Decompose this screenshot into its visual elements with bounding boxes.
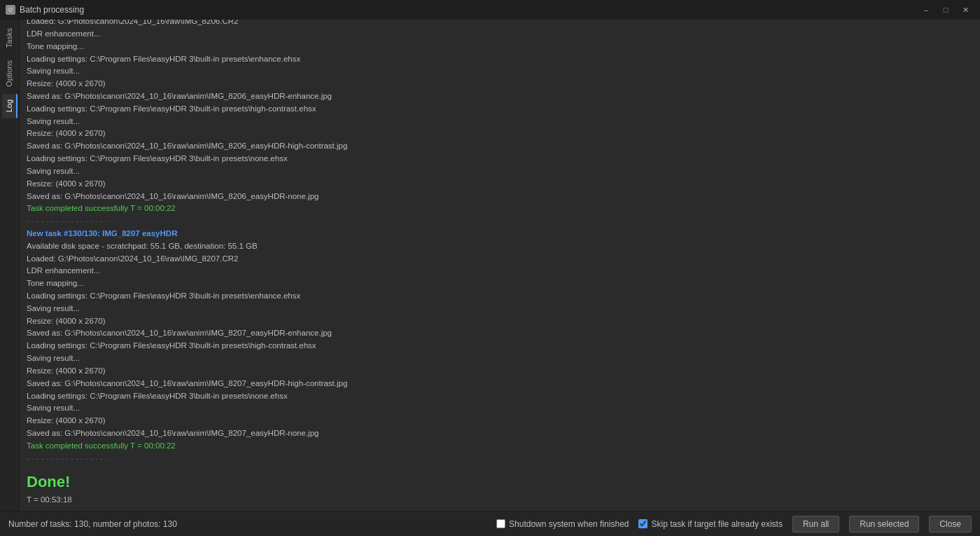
log-entry: Saved as: G:\Photos\canon\2024_10_16\raw…	[27, 90, 973, 103]
log-entry: Task completed successfully T = 00:00:22	[27, 202, 973, 215]
sidebar-item-options[interactable]: Options	[2, 55, 18, 92]
sidebar: Tasks Options Log	[0, 20, 20, 511]
log-entry: Saved as: G:\Photos\canon\2024_10_16\raw…	[27, 327, 973, 340]
task-count-info: Number of tasks: 130, number of photos: …	[8, 519, 177, 529]
log-entry: Loading settings: C:\Program Files\easyH…	[27, 290, 973, 303]
log-entry: - - - - - - - - - - - - - - - - -	[27, 453, 973, 465]
minimize-button[interactable]: –	[917, 3, 935, 17]
skip-checkbox[interactable]	[638, 519, 648, 528]
shutdown-checkbox-label[interactable]: Shutdown system when finished	[496, 519, 629, 529]
log-entry: Task completed successfully T = 00:00:22	[27, 440, 973, 453]
log-entry: Tone mapping...	[27, 41, 973, 53]
log-entry: LDR enhancement...	[27, 28, 973, 41]
log-output[interactable]: Resize: (4000 x 2670)Saved as: G:\Photos…	[20, 20, 980, 511]
done-time: T = 00:53:18	[27, 494, 973, 507]
log-entry: Loading settings: C:\Program Files\easyH…	[27, 340, 973, 352]
app-icon: ⚙	[6, 5, 15, 15]
content-area: Resize: (4000 x 2670)Saved as: G:\Photos…	[20, 20, 980, 511]
log-entry: Saving result...	[27, 402, 973, 415]
log-entry: Saved as: G:\Photos\canon\2024_10_16\raw…	[27, 378, 973, 390]
maximize-button[interactable]: □	[937, 3, 955, 17]
log-entry: Loaded: G:\Photos\canon\2024_10_16\raw\I…	[27, 20, 973, 28]
sidebar-item-log[interactable]: Log	[2, 94, 18, 118]
log-entry: Tone mapping...	[27, 277, 973, 290]
log-entry: Resize: (4000 x 2670)	[27, 178, 973, 191]
log-entry: Loading settings: C:\Program Files\easyH…	[27, 53, 973, 66]
log-entry: Saved as: G:\Photos\canon\2024_10_16\raw…	[27, 191, 973, 203]
title-bar-left: ⚙ Batch processing	[6, 5, 84, 15]
done-label: Done!	[27, 470, 973, 494]
log-entry: Loading settings: C:\Program Files\easyH…	[27, 390, 973, 403]
log-entry: Saving result...	[27, 303, 973, 315]
close-button[interactable]: Close	[929, 516, 972, 532]
window-title: Batch processing	[20, 5, 84, 15]
log-entry: Saved as: G:\Photos\canon\2024_10_16\raw…	[27, 427, 973, 440]
skip-label: Skip task if target file already exists	[651, 519, 782, 529]
log-entry: LDR enhancement...	[27, 265, 973, 277]
run-all-button[interactable]: Run all	[792, 516, 839, 532]
shutdown-checkbox[interactable]	[496, 519, 505, 528]
log-entry: Saving result...	[27, 352, 973, 365]
log-entry: Saved as: G:\Photos\canon\2024_10_16\raw…	[27, 140, 973, 153]
log-entry: Loaded: G:\Photos\canon\2024_10_16\raw\I…	[27, 253, 973, 266]
log-entry: Loading settings: C:\Program Files\easyH…	[27, 103, 973, 116]
log-entry: Saving result...	[27, 65, 973, 78]
sidebar-item-tasks[interactable]: Tasks	[2, 22, 18, 53]
main-layout: Tasks Options Log Resize: (4000 x 2670)S…	[0, 20, 980, 511]
log-entry: - - - - - - - - - - - - - - - - -	[27, 215, 973, 228]
status-right-controls: Shutdown system when finished Skip task …	[496, 516, 972, 532]
log-entry: Resize: (4000 x 2670)	[27, 78, 973, 90]
log-entry: Saving result...	[27, 116, 973, 128]
title-bar: ⚙ Batch processing – □ ✕	[0, 0, 980, 20]
log-entry: Resize: (4000 x 2670)	[27, 315, 973, 328]
status-bar: Number of tasks: 130, number of photos: …	[0, 511, 980, 536]
log-entry: New task #130/130: IMG_8207 easyHDR	[27, 228, 973, 240]
log-entry: Resize: (4000 x 2670)	[27, 415, 973, 427]
log-entry: Resize: (4000 x 2670)	[27, 128, 973, 140]
shutdown-label: Shutdown system when finished	[509, 519, 629, 529]
log-entry: Saving result...	[27, 165, 973, 178]
window-controls: – □ ✕	[917, 3, 974, 17]
run-selected-button[interactable]: Run selected	[849, 516, 919, 532]
log-entry: Resize: (4000 x 2670)	[27, 365, 973, 378]
log-entry: Available disk space - scratchpad: 55.1 …	[27, 240, 973, 253]
log-entry: Loading settings: C:\Program Files\easyH…	[27, 153, 973, 165]
skip-checkbox-label[interactable]: Skip task if target file already exists	[638, 519, 782, 529]
close-window-button[interactable]: ✕	[956, 3, 974, 17]
